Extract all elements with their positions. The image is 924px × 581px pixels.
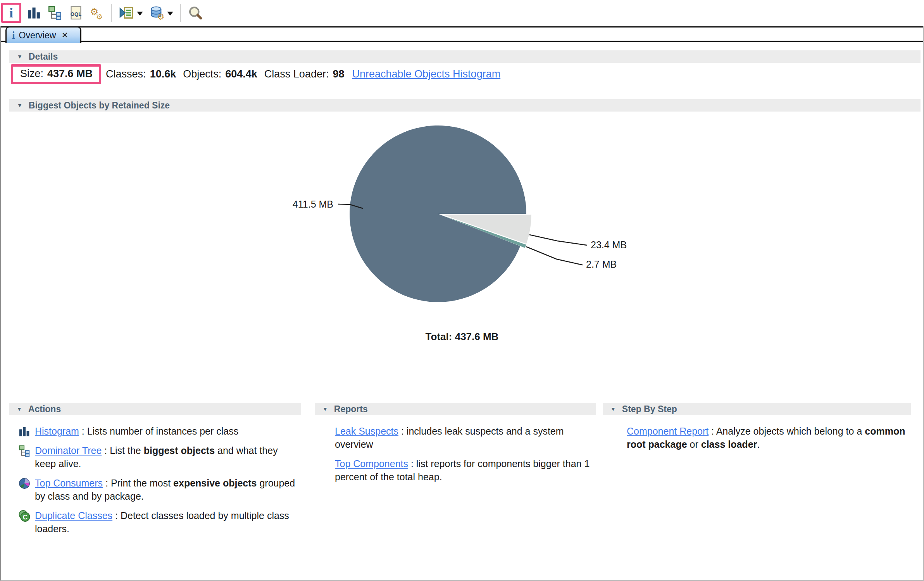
collapse-triangle-icon[interactable]: ▼ [610, 402, 616, 416]
heap-details-line: Size: 437.6 MB Classes: 10.6k Objects: 6… [11, 64, 500, 84]
retained-size-pie-chart: 23.4 MB2.7 MB411.5 MBTotal: 437.6 MB [0, 105, 924, 360]
svg-text:C: C [23, 514, 28, 521]
unreachable-objects-histogram-link[interactable]: Unreachable Objects Histogram [352, 68, 500, 80]
list-item: Histogram : Lists number of instances pe… [19, 425, 301, 438]
class-loader-value: 98 [333, 68, 344, 80]
reports-section: ▼ Reports Leak Suspects : includes leak … [315, 403, 596, 490]
slice-label: 2.7 MB [586, 259, 617, 270]
heap-dump-icon: ⚙ [150, 6, 164, 20]
class-loader-label: Class Loader: [264, 68, 329, 80]
dominator-tree-icon [19, 445, 30, 457]
info-icon: i [12, 30, 15, 41]
svg-text:OQL: OQL [71, 11, 81, 17]
size-value: 437.6 MB [47, 68, 93, 80]
section-header-step-by-step: ▼ Step By Step [603, 403, 911, 415]
list-item: Top Consumers : Print the most expensive… [19, 476, 301, 503]
collapse-triangle-icon[interactable]: ▼ [17, 402, 22, 416]
item-text: Top Consumers : Print the most expensive… [35, 476, 301, 503]
item-text: Histogram : Lists number of instances pe… [35, 425, 301, 438]
component-report-link[interactable]: Component Report [627, 426, 709, 437]
collapse-triangle-icon[interactable]: ▼ [17, 53, 22, 60]
leak-suspects-link[interactable]: Leak Suspects [335, 426, 398, 437]
dropdown-arrow-icon[interactable] [167, 12, 173, 15]
dominator-tree-icon [48, 6, 62, 20]
actions-section: ▼ Actions Histogram : Lists number of in… [9, 403, 301, 541]
item-text: Component Report : Analyze objects which… [627, 425, 911, 451]
list-item: CDuplicate Classes : Detect classes load… [19, 509, 301, 535]
overview-info-button[interactable]: i [3, 5, 19, 21]
annotation-highlight-size: Size: 437.6 MB [11, 64, 101, 84]
oql-icon: OQL [69, 6, 83, 20]
pie-slice-411.5-MB[interactable] [350, 125, 526, 302]
section-header-reports: ▼ Reports [315, 403, 596, 415]
heap-dump-actions-button[interactable]: ⚙ [146, 1, 167, 24]
toolbar-separator [180, 4, 181, 22]
item-text: Leak Suspects : includes leak suspects a… [335, 425, 591, 451]
slice-label: 411.5 MB [293, 199, 333, 210]
list-item: Top Components : list reports for compon… [335, 457, 596, 483]
item-text: Top Components : list reports for compon… [335, 457, 591, 483]
section-header-details: ▼ Details [9, 50, 921, 63]
annotation-highlight-toolbar: i [1, 3, 21, 23]
collapse-triangle-icon[interactable]: ▼ [322, 402, 328, 416]
section-title: Details [29, 52, 58, 62]
run-expert-report-button[interactable] [116, 1, 137, 24]
toolbar-separator [111, 4, 112, 22]
objects-value: 604.4k [225, 68, 257, 80]
leader-line [526, 247, 583, 265]
gears-icon: ⚙ ⚙ [90, 6, 104, 20]
search-icon [188, 6, 202, 20]
svg-text:⚙: ⚙ [157, 12, 164, 20]
svg-text:⚙: ⚙ [96, 13, 103, 20]
section-title: Step By Step [622, 402, 677, 416]
search-button[interactable] [185, 1, 206, 24]
close-icon[interactable]: ✕ [61, 31, 68, 40]
histogram-button[interactable] [24, 1, 45, 24]
top-consumers-icon [19, 478, 30, 489]
configuration-gears-button[interactable]: ⚙ ⚙ [86, 1, 107, 24]
histogram-icon [27, 6, 41, 20]
dominator-tree-link[interactable]: Dominator Tree [35, 445, 102, 456]
section-title: Actions [28, 402, 61, 416]
list-item: Leak Suspects : includes leak suspects a… [335, 425, 596, 451]
editor-tab-bar: i Overview ✕ [0, 26, 924, 42]
top-consumers-link[interactable]: Top Consumers [35, 478, 103, 488]
dominator-tree-button[interactable] [45, 1, 66, 24]
top-components-link[interactable]: Top Components [335, 458, 408, 469]
info-icon: i [4, 6, 18, 20]
leader-line [529, 235, 587, 245]
item-text: Dominator Tree : List the biggest object… [35, 444, 301, 470]
run-report-icon [119, 6, 133, 20]
section-title: Reports [334, 402, 368, 416]
duplicate-classes-icon: C [19, 510, 30, 522]
tab-overview[interactable]: i Overview ✕ [5, 26, 81, 43]
list-item: Dominator Tree : List the biggest object… [19, 444, 301, 470]
oql-button[interactable]: OQL [66, 1, 86, 24]
memory-analyzer-window: { "highlight_color": "#ed4a81", "toolbar… [0, 0, 924, 581]
item-text: Duplicate Classes : Detect classes loade… [35, 509, 301, 535]
classes-value: 10.6k [150, 68, 176, 80]
main-toolbar: i OQL ⚙ ⚙ [0, 0, 924, 26]
histogram-icon [19, 426, 30, 437]
pie-total-label: Total: 437.6 MB [426, 331, 499, 342]
slice-label: 23.4 MB [591, 239, 627, 250]
svg-text:i: i [9, 6, 13, 20]
size-label: Size: [20, 68, 43, 80]
list-item: Component Report : Analyze objects which… [627, 425, 911, 451]
duplicate-classes-link[interactable]: Duplicate Classes [35, 510, 112, 521]
objects-label: Objects: [183, 68, 221, 80]
tab-label: Overview [19, 30, 56, 41]
dropdown-arrow-icon[interactable] [137, 12, 143, 15]
section-header-actions: ▼ Actions [9, 403, 301, 415]
classes-label: Classes: [106, 68, 146, 80]
step-by-step-section: ▼ Step By Step Component Report : Analyz… [603, 403, 911, 457]
histogram-link[interactable]: Histogram [35, 426, 79, 437]
